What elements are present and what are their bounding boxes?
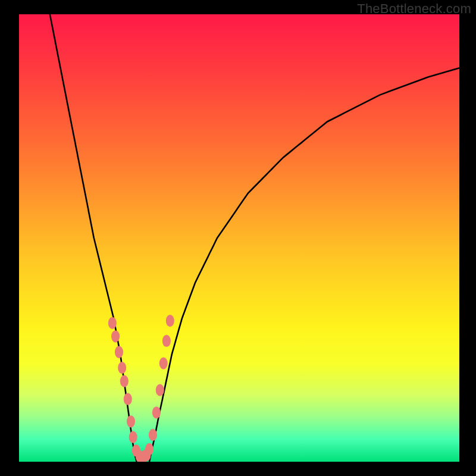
marker-dot xyxy=(111,330,120,342)
marker-dot xyxy=(162,335,171,347)
chart-frame: TheBottleneck.com xyxy=(0,0,476,476)
chart-svg xyxy=(19,14,459,462)
marker-dot xyxy=(118,362,126,374)
plot-area xyxy=(19,14,459,462)
left-curve xyxy=(50,14,137,462)
right-curve xyxy=(149,68,459,462)
marker-dot xyxy=(166,315,174,327)
marker-dot xyxy=(149,429,157,441)
attribution-text[interactable]: TheBottleneck.com xyxy=(357,1,471,16)
marker-dot xyxy=(115,346,123,358)
marker-dot xyxy=(124,393,132,405)
marker-dot xyxy=(145,443,154,455)
marker-dot xyxy=(108,317,117,329)
marker-dot xyxy=(159,357,168,369)
attribution-link[interactable]: TheBottleneck.com xyxy=(357,1,471,17)
marker-dot xyxy=(127,415,135,427)
marker-dot xyxy=(156,384,164,396)
marker-dot xyxy=(120,375,129,387)
marker-dot xyxy=(129,431,137,443)
marker-dot xyxy=(152,406,161,418)
